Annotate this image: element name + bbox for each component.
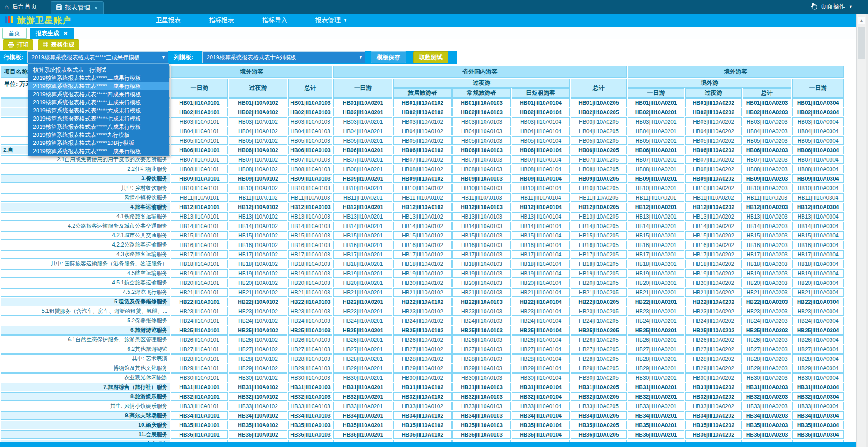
code-cell: HB09|II10A0201 [333, 174, 392, 183]
table-row: 农业观光休闲旅游HB30|II10A0101HB30|II10A0102HB30… [1, 373, 844, 382]
code-cell: HB29|III10A0103 [452, 364, 511, 372]
code-cell: HB18|III10A0201 [628, 260, 684, 268]
code-cell: HB33|III10A0203 [743, 402, 791, 410]
select-arrow-icon[interactable]: ▼ [159, 52, 168, 63]
sub-column-header: 日短租游客 [512, 88, 570, 98]
code-cell: HB14|III10A0201 [628, 222, 684, 230]
menu-indicator-reports[interactable]: 指标报表 [209, 16, 234, 24]
code-cell: HB23|III10A0203 [743, 307, 791, 316]
code-cell: HB35|II10A0201 [333, 421, 392, 429]
code-cell: HB32|III10A0201 [628, 392, 684, 401]
code-cell: HB21|III10A0104 [512, 288, 570, 297]
code-cell: HB03|III10A0104 [512, 117, 570, 126]
table-row: 5.租赁及保养维修服务HB22|II10A0101HB22|II10A0102H… [1, 298, 844, 306]
tab-close-icon[interactable]: × [94, 5, 98, 11]
print-button[interactable]: 打印 [3, 39, 33, 50]
code-cell: HB02|III10A0201 [628, 108, 684, 116]
generate-table-button[interactable]: 表格生成 [38, 39, 79, 50]
code-cell: HB25|II10A0201 [333, 326, 392, 335]
scroll-up-icon[interactable]: ▲ [858, 17, 865, 24]
row-template-option[interactable]: 2019核算系统报表格式表*****一成果行模板 [28, 147, 169, 155]
backend-home-tab[interactable]: ⌂ 后台首页 [5, 0, 37, 14]
code-cell: HB04|III10A0104 [512, 127, 570, 135]
select-arrow-icon[interactable]: ▼ [356, 52, 365, 63]
code-cell: HB04|III10A0202 [685, 127, 742, 135]
code-cell: HB24|III10A0104 [512, 317, 570, 325]
code-cell: HB07|III10A0104 [512, 155, 570, 164]
code-cell: HB36|III10A0304 [792, 430, 844, 439]
code-cell: HB20|III10A0201 [628, 279, 684, 287]
code-cell: HB11|III10A0201 [628, 193, 684, 202]
row-template-option[interactable]: 2019核算系统报表格式表*****七成果行模板 [28, 115, 169, 123]
row-template-option[interactable]: 核算系统报表格式表一行测试 [28, 66, 169, 74]
code-cell: HB21|II10A0205 [571, 288, 627, 297]
code-cell: HB14|III10A0203 [743, 222, 791, 230]
scrollbar-thumb[interactable] [858, 27, 865, 59]
save-template-button[interactable]: 模板保存 [371, 51, 406, 63]
code-cell: HB17|III10A0202 [685, 250, 742, 259]
code-cell: HB34|II10A0101 [171, 411, 228, 420]
code-cell: HB35|III10A0202 [685, 421, 742, 429]
code-cell: HB05|II10A0102 [229, 136, 287, 145]
menu-indicator-import[interactable]: 指标导入 [262, 16, 287, 24]
code-cell: HB13|II10A0102 [229, 212, 287, 221]
code-cell: HB36|II10A0201 [333, 430, 392, 439]
code-cell: HB06|III10A0104 [512, 146, 570, 154]
tab-report-generate[interactable]: 报表生成 ✖ [30, 28, 74, 39]
code-cell: HB27|III10A0201 [628, 345, 684, 354]
code-cell: HB24|II10A0101 [171, 317, 228, 325]
row-label: 4.2公路旅客运输服务及城市公共交通服务 [1, 222, 170, 230]
group-header: 境外游客 [628, 66, 844, 78]
code-cell: HB27|II10A0102 [229, 345, 287, 354]
row-template-option[interactable]: 2019核算系统报表格式表*****五成果行模板 [28, 98, 169, 107]
row-label: 7.旅游综合（旅行社）服务 [1, 383, 170, 391]
code-cell: HB29|III10A0201 [628, 364, 684, 372]
code-cell: HB16|II10A0201 [333, 241, 392, 249]
row-template-option[interactable]: 2019核算系统报表格式表*****四成果行模板 [28, 90, 169, 98]
tab-home[interactable]: 首页 [2, 28, 27, 39]
code-cell: HB07|III10A0103 [452, 155, 511, 164]
menu-satellite-reports[interactable]: 卫星报表 [156, 16, 181, 24]
code-cell: HB02|II10A0103 [288, 108, 332, 116]
fetch-test-button[interactable]: 取数测试 [413, 51, 448, 63]
row-template-option[interactable]: 2019核算系统报表格式表*****三成果行模板 [28, 82, 169, 90]
row-template-option[interactable]: 2019核算系统报表格式表*****六成果行模板 [28, 107, 169, 115]
code-cell: HB10|III10A0202 [685, 184, 742, 192]
code-cell: HB33|III10A0104 [512, 402, 570, 410]
vertical-scrollbar[interactable]: ▲ [856, 14, 866, 447]
column-header: 一日游 [333, 79, 392, 98]
row-template-option[interactable]: 2019核算系统报表格式表*****二成果行模板 [28, 74, 169, 82]
code-cell: HB10|II10A0102 [229, 184, 287, 192]
row-label: 3.餐饮服务 [1, 174, 170, 183]
row-template-option[interactable]: 2019核算系统报表格式表*****八成果行模板 [28, 123, 169, 131]
code-cell: HB19|III10A0104 [512, 269, 570, 278]
code-cell: HB13|III10A0201 [628, 212, 684, 221]
report-management-tab[interactable]: 报表管理 × [51, 1, 104, 14]
code-cell: HB34|II10A0201 [333, 411, 392, 420]
table-row: 4.5.1航空旅客运输服务HB20|II10A0101HB20|II10A010… [1, 279, 844, 287]
code-cell: HB01|III10A0203 [743, 98, 791, 107]
menu-report-management[interactable]: 报表管理▼ [315, 16, 347, 24]
code-cell: HB21|III10A0201 [628, 288, 684, 297]
code-cell: HB17|III10A0304 [792, 250, 844, 259]
row-template-option[interactable]: 2019核算系统报表格式表*****10B行模版 [28, 139, 169, 147]
table-row: 风情小镇餐饮服务HB11|II10A0101HB11|II10A0102HB11… [1, 193, 844, 202]
col-template-select[interactable]: 2019核算系统报表格式表十A列模板 ▼ [202, 51, 365, 63]
row-template-select[interactable]: 2019核算系统报表格式表*****三成果行模板 ▼ [27, 51, 168, 63]
code-cell: HB22|II10A0103 [288, 298, 332, 306]
table-row: 7.旅游综合（旅行社）服务HB31|II10A0101HB31|II10A010… [1, 383, 844, 391]
code-cell: HB28|II10A0102 [229, 354, 287, 363]
table-row: 4.旅客运输服务HB12|II10A0101HB12|II10A0102HB12… [1, 203, 844, 211]
row-label: 农业观光休闲旅游 [1, 373, 170, 382]
row-label: 4.5.2游览飞行服务 [1, 288, 170, 297]
code-cell: HB06|II10A0101 [171, 146, 228, 154]
code-cell: HB19|II10A0205 [571, 269, 627, 278]
close-icon[interactable]: ✖ [63, 30, 68, 37]
page-operations-menu[interactable]: 页面操作 ▼ [810, 0, 853, 14]
row-label: 11.会展服务 [1, 430, 170, 439]
row-template-option[interactable]: 2019核算系统报表格式表*****九行模板 [28, 131, 169, 139]
code-cell: HB21|II10A0103 [288, 288, 332, 297]
chevron-down-icon: ▼ [343, 18, 347, 23]
code-cell: HB30|II10A0205 [571, 373, 627, 382]
backend-home-label: 后台首页 [12, 3, 37, 11]
